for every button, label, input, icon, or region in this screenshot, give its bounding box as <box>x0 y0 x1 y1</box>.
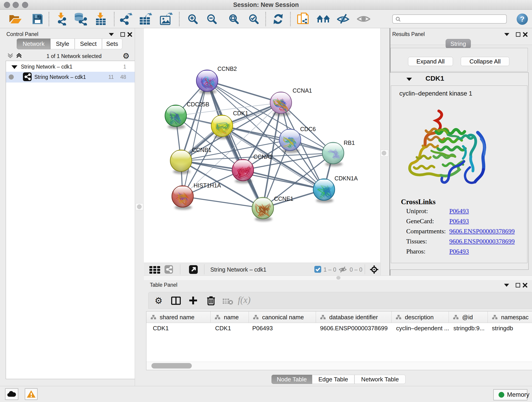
svg-text:RB1: RB1 <box>344 140 355 146</box>
svg-text:HIST1H1A: HIST1H1A <box>194 182 221 189</box>
svg-text:CDC25B: CDC25B <box>187 101 209 108</box>
svg-text:CDC6: CDC6 <box>300 126 316 132</box>
svg-text:CCNE1: CCNE1 <box>274 196 293 202</box>
svg-text:CDKN1A: CDKN1A <box>335 175 358 182</box>
svg-text:CCNA1: CCNA1 <box>293 87 312 94</box>
svg-text:CCNA2: CCNA2 <box>253 153 273 160</box>
svg-text:CCNB2: CCNB2 <box>217 65 237 72</box>
svg-text:CDK1: CDK1 <box>233 110 248 116</box>
svg-text:CCNB1: CCNB1 <box>192 147 211 153</box>
